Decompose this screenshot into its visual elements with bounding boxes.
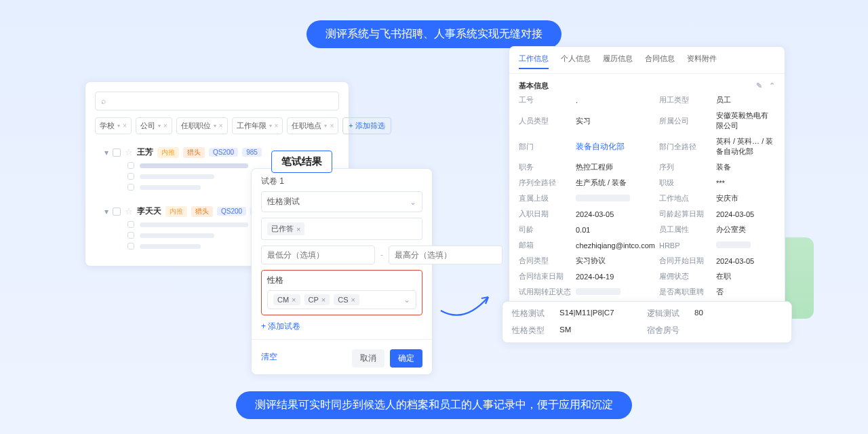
filter-position[interactable]: 任职职位▾× bbox=[176, 117, 228, 134]
field-label: 职务 bbox=[519, 162, 572, 172]
field-label: 员工属性 bbox=[659, 224, 712, 235]
exam-filter-panel: 试卷 1 性格测试 ⌄ 已作答× - 性格 CM× CP× CS× ⌄ + 添加… bbox=[251, 168, 433, 375]
chevron-down-icon: ⌄ bbox=[410, 197, 416, 207]
chevron-down-icon: ⌄ bbox=[403, 295, 410, 304]
star-icon[interactable]: ☆ bbox=[125, 147, 133, 157]
field-value: 2024-03-05 bbox=[716, 257, 775, 265]
field-value: 热控工程师 bbox=[576, 162, 655, 172]
collapse-icon[interactable]: ▾ bbox=[104, 207, 108, 216]
field-label: 合同开始日期 bbox=[659, 256, 712, 266]
employee-info-panel: 工作信息 个人信息 履历信息 合同信息 资料附件 基本信息 ✎ ⌃ 工号.用工类… bbox=[509, 46, 785, 319]
arrow-icon bbox=[434, 283, 502, 324]
add-filter-button[interactable]: + 添加筛选 bbox=[342, 117, 391, 134]
field-value: 安徽英毅热电有限公司 bbox=[716, 111, 775, 131]
trait-box: 性格 CM× CP× CS× ⌄ bbox=[261, 270, 422, 315]
field-label: 雇佣状态 bbox=[659, 271, 712, 281]
field-label: 用工类型 bbox=[659, 95, 712, 105]
field-label: 直属上级 bbox=[519, 193, 572, 203]
close-icon[interactable]: × bbox=[292, 296, 296, 304]
top-banner: 测评系统与飞书招聘、人事系统实现无缝对接 bbox=[307, 20, 561, 48]
bottom-banner: 测评结果可实时同步到候选人的档案和员工的人事记录中，便于应用和沉淀 bbox=[236, 391, 632, 419]
field-value: 2024-03-05 bbox=[576, 210, 655, 218]
field-value: SM bbox=[559, 326, 647, 336]
field-label: 性格测试 bbox=[512, 309, 559, 319]
field-value: 办公室类 bbox=[716, 224, 775, 235]
field-value: chezhiqiang@intco.com bbox=[576, 241, 655, 250]
field-value: S14|M11|P8|C7 bbox=[559, 309, 647, 319]
field-label: 人员类型 bbox=[519, 116, 572, 126]
cancel-button[interactable]: 取消 bbox=[352, 349, 384, 368]
tag: 内推 bbox=[157, 147, 179, 158]
field-value bbox=[576, 288, 655, 296]
trait-select[interactable]: CM× CP× CS× ⌄ bbox=[267, 290, 416, 309]
tabs: 工作信息 个人信息 履历信息 合同信息 资料附件 bbox=[509, 47, 785, 74]
field-label: HRBP bbox=[659, 241, 712, 250]
filter-company[interactable]: 公司▾× bbox=[136, 117, 172, 134]
tag: 985 bbox=[242, 148, 262, 157]
filter-years[interactable]: 工作年限▾× bbox=[232, 117, 283, 134]
collapse-icon[interactable]: ⌃ bbox=[769, 81, 775, 90]
field-value: 生产系统 / 装备 bbox=[576, 178, 655, 188]
filter-location[interactable]: 任职地点▾× bbox=[287, 117, 338, 134]
add-paper-link[interactable]: + 添加试卷 bbox=[261, 321, 422, 332]
search-input[interactable]: ⌕ bbox=[95, 92, 339, 111]
close-icon[interactable]: × bbox=[275, 122, 279, 130]
close-icon[interactable]: × bbox=[163, 122, 167, 130]
field-label: 工作地点 bbox=[659, 193, 712, 203]
close-icon[interactable]: × bbox=[330, 122, 334, 130]
tag: 猎头 bbox=[191, 206, 213, 217]
candidate-name[interactable]: 李天天 bbox=[137, 205, 161, 217]
tab-contract[interactable]: 合同信息 bbox=[645, 54, 675, 69]
field-value: 实习协议 bbox=[576, 256, 655, 266]
tag: QS200 bbox=[209, 148, 238, 157]
candidate-name[interactable]: 王芳 bbox=[137, 146, 153, 158]
star-icon[interactable]: ☆ bbox=[125, 206, 133, 216]
field-value: 在职 bbox=[716, 271, 775, 281]
close-icon[interactable]: × bbox=[219, 122, 223, 130]
field-value: 英科 / 英科… / 装备自动化部 bbox=[716, 136, 775, 157]
field-label: 试用期转正状态 bbox=[519, 287, 572, 297]
field-value: 80 bbox=[694, 309, 782, 319]
close-icon[interactable]: × bbox=[296, 225, 300, 233]
field-value bbox=[694, 326, 782, 336]
field-label: 是否离职重聘 bbox=[659, 287, 712, 297]
field-value bbox=[716, 241, 775, 250]
field-value: *** bbox=[716, 179, 775, 187]
field-label: 工号 bbox=[519, 95, 572, 105]
max-score-input[interactable] bbox=[389, 245, 502, 264]
field-label: 部门全路径 bbox=[659, 142, 712, 152]
tab-work[interactable]: 工作信息 bbox=[519, 54, 549, 69]
close-icon[interactable]: × bbox=[351, 296, 355, 304]
collapse-icon[interactable]: ▾ bbox=[104, 148, 108, 157]
field-value: 0.01 bbox=[576, 226, 655, 234]
field-label: 序列全路径 bbox=[519, 178, 572, 188]
field-label: 性格类型 bbox=[512, 326, 559, 336]
chevron-down-icon: ▾ bbox=[269, 123, 272, 129]
test-type-select[interactable]: 性格测试 ⌄ bbox=[261, 191, 422, 212]
candidate-checkbox[interactable] bbox=[113, 208, 121, 216]
field-label: 司龄 bbox=[519, 224, 572, 235]
field-label: 序列 bbox=[659, 162, 712, 172]
tab-resume[interactable]: 履历信息 bbox=[603, 54, 633, 69]
close-icon[interactable]: × bbox=[321, 296, 326, 304]
tab-attachment[interactable]: 资料附件 bbox=[687, 54, 717, 69]
field-value: 2024-03-05 bbox=[716, 210, 775, 218]
field-value: 实习 bbox=[576, 116, 655, 126]
field-label: 职级 bbox=[659, 178, 712, 188]
answered-filter[interactable]: 已作答× bbox=[261, 218, 422, 240]
field-label: 司龄起算日期 bbox=[659, 209, 712, 219]
min-score-input[interactable] bbox=[261, 245, 375, 264]
chevron-down-icon: ▾ bbox=[158, 123, 161, 129]
chevron-down-icon: ▾ bbox=[117, 123, 120, 129]
edit-icon[interactable]: ✎ bbox=[756, 81, 762, 90]
field-label: 邮箱 bbox=[519, 240, 572, 250]
close-icon[interactable]: × bbox=[123, 122, 127, 130]
field-label: 逻辑测试 bbox=[647, 309, 694, 319]
candidate-checkbox[interactable] bbox=[113, 149, 121, 157]
tab-personal[interactable]: 个人信息 bbox=[561, 54, 591, 69]
search-icon: ⌕ bbox=[101, 96, 106, 106]
clear-link[interactable]: 清空 bbox=[261, 351, 277, 363]
filter-school[interactable]: 学校▾× bbox=[95, 117, 132, 134]
paper-title: 试卷 1 bbox=[261, 176, 422, 187]
confirm-button[interactable]: 确定 bbox=[390, 349, 422, 368]
